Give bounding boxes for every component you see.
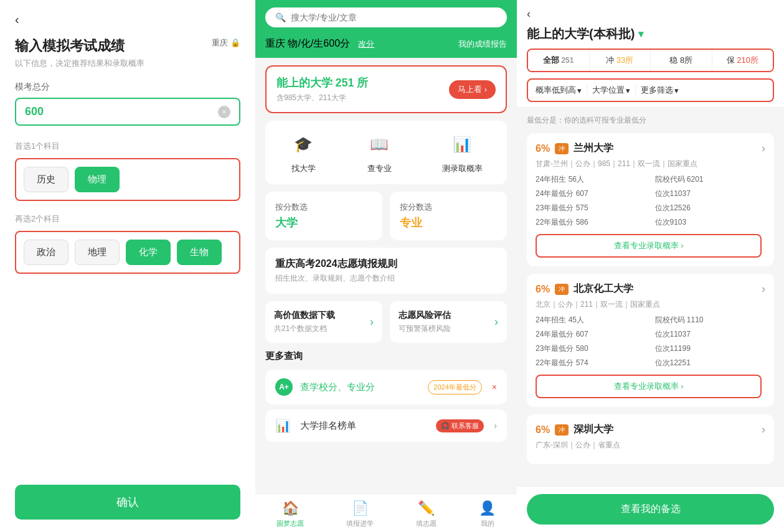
lanzhou-prob: 6% — [536, 143, 550, 154]
clear-button[interactable]: × — [218, 106, 230, 118]
report-link[interactable]: 我的成绩报告 — [458, 39, 507, 50]
bjcu-arrow: › — [762, 282, 765, 296]
can-enter-title: 能上的大学 251 所 — [276, 75, 368, 90]
find-major-btn[interactable]: 📖 查专业 — [366, 131, 393, 174]
calc-prob-btn[interactable]: 📊 测录取概率 — [442, 131, 483, 174]
calc-prob-label: 测录取概率 — [442, 163, 483, 174]
more-filters-btn[interactable]: 更多筛选 ▾ — [641, 85, 679, 96]
score-input[interactable] — [25, 105, 218, 118]
subject-chemistry-btn[interactable]: 化学 — [126, 240, 171, 265]
panel-left: ‹ 输入模拟考试成绩 以下信息，决定推荐结果和录取概率 重庆 🔒 模考总分 × … — [0, 0, 255, 532]
lanzhou-arrow: › — [762, 142, 765, 155]
gaokao-card[interactable]: 重庆高考2024志愿填报规则 招生批次、录取规则、志愿个数介绍 — [265, 248, 507, 294]
score-select-cards: 按分数选 大学 按分数选 专业 — [265, 192, 507, 240]
asap-button[interactable]: 马上看 › — [449, 80, 496, 99]
bjcu-code: 院校代码 1110 — [655, 315, 762, 325]
nav-home[interactable]: 🏠 圆梦志愿 — [276, 500, 304, 528]
score-input-wrapper: × — [15, 98, 240, 126]
uni-ranking-tag: 🎧 联系客服 — [436, 419, 484, 432]
sort-location-filter[interactable]: 大学位置 ▾ — [592, 85, 630, 96]
uni-card-bjcu: 6% 冲 北京化工大学 北京｜公办｜211｜双一流｜国家重点 24年招生 45人… — [527, 274, 774, 407]
back-button-right[interactable]: ‹ — [527, 7, 774, 21]
school-score-label: 查学校分、专业分 — [300, 381, 420, 393]
subject-geography-btn[interactable]: 地理 — [75, 240, 120, 265]
search-input[interactable] — [291, 12, 497, 22]
nav-volunteer-label: 填志愿 — [416, 519, 437, 528]
sort-prob-filter[interactable]: 概率低到高 ▾ — [536, 85, 582, 96]
bjcu-rank23: 位次11199 — [655, 343, 762, 354]
subject2-section: 再选2个科目 政治 地理 化学 生物 — [15, 213, 240, 274]
score-bar: 重庆 物/化/生600分 改分 我的成绩报告 — [255, 37, 517, 58]
subject1-section: 首选1个科目 历史 物理 — [15, 141, 240, 201]
bjcu-view-prob-btn[interactable]: 查看专业录取概率 › — [536, 375, 762, 398]
uni-ranking-query[interactable]: 📊 大学排名榜单 🎧 联系客服 › — [265, 409, 507, 442]
bjcu-name: 北京化工大学 — [574, 282, 633, 296]
nav-volunteer[interactable]: ✏️ 填志愿 — [416, 500, 437, 528]
bjcu-rank22: 位次12251 — [655, 358, 762, 368]
bjcu-header: 6% 冲 北京化工大学 — [536, 282, 762, 296]
change-score-link[interactable]: 改分 — [358, 39, 374, 49]
subject1-grid: 历史 物理 — [15, 158, 240, 201]
nav-profile-label: 我的 — [481, 519, 494, 528]
filter-tab-stable[interactable]: 稳 8所 — [651, 50, 712, 71]
shenzhen-arrow: › — [762, 423, 765, 436]
lanzhou-meta: 甘肃-兰州｜公办｜985｜211｜双一流｜国家重点 — [536, 159, 762, 169]
score-bar-text: 重庆 物/化/生600分 改分 — [265, 37, 374, 50]
view-selection-button[interactable]: 查看我的备选 — [527, 494, 774, 525]
can-enter-subtitle: 含985大学、211大学 — [276, 93, 368, 103]
search-bar-section: 🔍 — [255, 0, 517, 37]
lanzhou-rank23: 位次12526 — [655, 203, 762, 213]
score-select-uni-card[interactable]: 按分数选 大学 — [265, 192, 382, 240]
min-score-hint: 最低分是：你的选科可报专业最低分 — [527, 115, 774, 126]
bottom-nav: 🏠 圆梦志愿 📄 填报进学 ✏️ 填志愿 👤 我的 — [255, 493, 517, 532]
sort-filters: 概率低到高 ▾ 大学位置 ▾ 更多筛选 ▾ — [527, 78, 774, 102]
nav-fill[interactable]: 📄 填报进学 — [346, 500, 374, 528]
uni-card-lanzhou: 6% 冲 兰州大学 甘肃-兰州｜公办｜985｜211｜双一流｜国家重点 24年招… — [527, 133, 774, 266]
bjcu-tag: 冲 — [555, 284, 569, 295]
lanzhou-min23: 23年最低分 575 — [536, 203, 643, 213]
back-button-left[interactable]: ‹ — [15, 12, 30, 27]
nav-fill-label: 填报进学 — [346, 519, 374, 528]
bjcu-top: 6% 冲 北京化工大学 北京｜公办｜211｜双一流｜国家重点 24年招生 45人… — [536, 282, 765, 398]
title-dropdown-arrow[interactable]: ▾ — [638, 28, 643, 40]
school-score-close[interactable]: × — [492, 382, 497, 392]
score-select-major-card[interactable]: 按分数选 专业 — [390, 192, 507, 240]
lanzhou-enroll: 24年招生 56人 — [536, 174, 643, 185]
school-score-query[interactable]: A+ 查学校分、专业分 2024年最低分 × — [265, 370, 507, 404]
risk-assess-info: 志愿风险评估 可预警落榜风险 — [399, 310, 451, 334]
filter-tab-rush[interactable]: 冲 33所 — [590, 50, 651, 71]
find-uni-btn[interactable]: 🎓 找大学 — [290, 131, 317, 174]
school-score-icon: A+ — [275, 378, 293, 396]
can-enter-card[interactable]: 能上的大学 251 所 含985大学、211大学 马上看 › — [265, 65, 507, 113]
shenzhen-header: 6% 冲 深圳大学 — [536, 423, 762, 436]
subject-history-btn[interactable]: 历史 — [24, 167, 68, 192]
quick-actions: 🎓 找大学 📖 查专业 📊 测录取概率 — [265, 121, 507, 184]
filter-divider2 — [635, 85, 636, 95]
lanzhou-rank22: 位次9103 — [655, 217, 762, 228]
risk-assess-card[interactable]: 志愿风险评估 可预警落榜风险 › — [390, 301, 507, 343]
filter-tab-all[interactable]: 全部 251 — [528, 50, 590, 71]
right-page-title: 能上的大学(本科批) ▾ — [527, 26, 774, 42]
gaokao-card-subtitle: 招生批次、录取规则、志愿个数介绍 — [275, 273, 497, 284]
calc-prob-icon: 📊 — [448, 131, 476, 158]
uni-ranking-arrow: › — [494, 421, 497, 431]
bjcu-rank24: 位次11037 — [655, 329, 762, 340]
search-bar[interactable]: 🔍 — [265, 7, 507, 27]
shenzhen-tag: 冲 — [555, 424, 569, 436]
school-score-tag: 2024年最低分 — [428, 380, 481, 394]
filter-tab-safe[interactable]: 保 210所 — [712, 50, 773, 71]
subject-politics-btn[interactable]: 政治 — [24, 240, 68, 265]
nav-profile-icon: 👤 — [479, 500, 496, 516]
subject-biology-btn[interactable]: 生物 — [177, 240, 222, 265]
score-select-uni-value: 大学 — [275, 215, 372, 230]
panel-mid: 🔍 重庆 物/化/生600分 改分 我的成绩报告 能上的大学 251 所 含98… — [255, 0, 517, 532]
nav-profile[interactable]: 👤 我的 — [479, 500, 496, 528]
shenzhen-info: 6% 冲 深圳大学 广东-深圳｜公办｜省重点 — [536, 423, 762, 455]
university-list: 最低分是：你的选科可报专业最低分 6% 冲 兰州大学 甘肃-兰州｜公办｜985｜… — [517, 108, 784, 486]
subject-physics-btn[interactable]: 物理 — [75, 167, 120, 192]
shenzhen-top: 6% 冲 深圳大学 广东-深圳｜公办｜省重点 › — [536, 423, 765, 455]
confirm-button[interactable]: 确认 — [15, 485, 240, 520]
data-download-card[interactable]: 高价值数据下载 共21个数据文档 › — [265, 301, 382, 343]
uni-ranking-icon: 📊 — [275, 418, 293, 433]
lanzhou-view-prob-btn[interactable]: 查看专业录取概率 › — [536, 234, 762, 258]
